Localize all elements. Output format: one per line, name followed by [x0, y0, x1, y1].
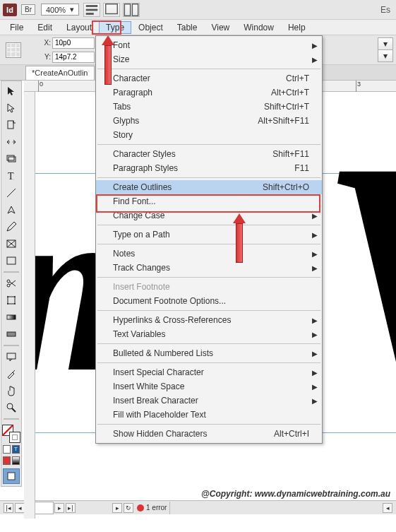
type-tool[interactable]: T. [3, 168, 20, 184]
rectangle-tool[interactable] [3, 253, 20, 268]
status-bar: |◂ ◂ 1 ▸ ▸| ▸ ↻ 1 error ◂ [0, 500, 396, 514]
page-tool[interactable] [3, 117, 20, 133]
menu-item-label: Insert White Space [113, 382, 184, 391]
menu-item-label: Bulleted & Numbered Lists [113, 348, 213, 358]
svg-point-28 [7, 403, 13, 409]
next-page-button[interactable]: ▸ [54, 503, 64, 513]
gradient-swatch-tool[interactable] [3, 309, 20, 325]
zoom-field[interactable]: 400%▾ [41, 4, 79, 16]
glyph-v: V [318, 110, 396, 449]
view-mode-button[interactable] [3, 468, 20, 484]
sync-button[interactable]: ↻ [124, 503, 133, 513]
line-tool[interactable] [3, 185, 20, 201]
svg-rect-25 [7, 315, 16, 319]
bridge-badge[interactable]: Br [21, 4, 35, 15]
application-bar: Id Br 400%▾ Es [0, 0, 396, 20]
error-count[interactable]: 1 error [146, 504, 167, 512]
menu-item-character[interactable]: CharacterCtrl+T [96, 71, 322, 85]
eyedropper-tool[interactable] [3, 366, 20, 382]
color-apply-row[interactable]: T [2, 444, 20, 454]
open-button[interactable]: ▸ [112, 503, 122, 513]
menu-item-hyperlinks-cross-references[interactable]: Hyperlinks & Cross-References▶ [96, 313, 322, 327]
menu-help[interactable]: Help [281, 21, 313, 34]
last-page-button[interactable]: ▸| [66, 503, 76, 513]
menu-item-find-font[interactable]: Find Font... [96, 194, 322, 208]
menu-item-label: Insert Break Character [113, 396, 198, 406]
menu-item-label: Glyphs [113, 116, 139, 126]
submenu-arrow-icon: ▶ [312, 56, 318, 64]
menu-item-bulleted-numbered-lists[interactable]: Bulleted & Numbered Lists▶ [96, 346, 322, 360]
menu-item-insert-break-character[interactable]: Insert Break Character▶ [96, 394, 322, 408]
menu-item-label: Text Variables [113, 329, 165, 339]
gap-tool[interactable] [3, 134, 20, 150]
view-options-button[interactable] [83, 3, 100, 17]
rectangle-frame-tool[interactable] [3, 236, 20, 252]
menu-item-change-case[interactable]: Change Case▶ [96, 208, 322, 223]
screen-mode-button[interactable] [103, 3, 120, 17]
hand-tool[interactable] [3, 383, 20, 398]
menu-item-story[interactable]: Story [96, 128, 322, 142]
menu-item-notes[interactable]: Notes▶ [96, 247, 322, 261]
stroke-swatch[interactable] [9, 432, 20, 443]
first-page-button[interactable]: |◂ [4, 503, 13, 513]
menu-item-font[interactable]: Font▶ [96, 38, 322, 52]
content-collector-tool[interactable] [3, 151, 20, 167]
control-dropdown-2[interactable]: ▾ [378, 49, 393, 62]
menu-item-show-hidden-characters[interactable]: Show Hidden CharactersAlt+Ctrl+I [96, 427, 322, 441]
scissors-tool[interactable] [3, 276, 20, 291]
menu-table[interactable]: Table [170, 21, 205, 34]
menu-layout[interactable]: Layout [59, 21, 99, 34]
document-tab[interactable]: *CreateAnOutlin [25, 66, 95, 80]
menu-item-insert-white-space[interactable]: Insert White Space▶ [96, 379, 322, 394]
note-tool[interactable] [3, 349, 20, 365]
menu-item-label: Track Changes [113, 263, 170, 273]
selection-tool[interactable] [3, 83, 20, 99]
x-input[interactable] [52, 37, 95, 49]
free-transform-tool[interactable] [3, 292, 20, 308]
menu-item-label: Create Outlines [113, 182, 172, 192]
menu-item-tabs[interactable]: TabsShift+Ctrl+T [96, 100, 322, 114]
tool-separator [4, 418, 19, 420]
control-dropdown-1[interactable]: ▾ [378, 37, 393, 50]
menu-item-create-outlines[interactable]: Create OutlinesShift+Ctrl+O [96, 180, 322, 194]
menu-edit[interactable]: Edit [30, 21, 59, 34]
menu-view[interactable]: View [204, 21, 236, 34]
submenu-arrow-icon: ▶ [312, 250, 318, 258]
pen-tool[interactable] [3, 202, 20, 218]
prev-page-button[interactable]: ◂ [15, 503, 25, 513]
pencil-tool[interactable] [3, 219, 20, 235]
gradient-feather-tool[interactable] [3, 326, 20, 342]
svg-rect-26 [7, 332, 16, 336]
svg-point-16 [7, 280, 10, 283]
reference-point-selector[interactable] [6, 42, 21, 58]
menu-file[interactable]: File [3, 21, 30, 34]
menu-item-fill-with-placeholder-text[interactable]: Fill with Placeholder Text [96, 408, 322, 422]
menu-window[interactable]: Window [236, 21, 281, 34]
menu-item-type-on-a-path[interactable]: Type on a Path▶ [96, 227, 322, 242]
zoom-tool[interactable] [3, 400, 20, 415]
y-input[interactable] [52, 52, 95, 63]
arrange-docs-button[interactable] [123, 3, 140, 17]
menu-item-paragraph[interactable]: ParagraphAlt+Ctrl+T [96, 85, 322, 100]
type-menu-dropdown: Font▶Size▶CharacterCtrl+TParagraphAlt+Ct… [95, 35, 323, 444]
svg-rect-2 [86, 13, 94, 15]
menu-item-shortcut: Alt+Ctrl+T [271, 88, 309, 97]
menu-item-document-footnote-options[interactable]: Document Footnote Options... [96, 294, 322, 308]
fill-stroke-swatch[interactable] [2, 425, 20, 443]
color-mode-row[interactable] [2, 456, 20, 466]
submenu-arrow-icon: ▶ [312, 331, 318, 338]
menu-item-character-styles[interactable]: Character StylesShift+F11 [96, 147, 322, 161]
menu-type[interactable]: Type [99, 21, 131, 34]
menu-item-insert-special-character[interactable]: Insert Special Character▶ [96, 365, 322, 379]
workspace-label[interactable]: Es [380, 5, 393, 15]
menu-object[interactable]: Object [131, 21, 170, 34]
menu-item-shortcut: Shift+Ctrl+T [264, 102, 309, 112]
scroll-left-button[interactable]: ◂ [383, 503, 392, 513]
menu-item-text-variables[interactable]: Text Variables▶ [96, 327, 322, 341]
menu-item-size[interactable]: Size▶ [96, 52, 322, 66]
direct-selection-tool[interactable] [3, 100, 20, 116]
menu-item-label: Paragraph Styles [113, 163, 178, 173]
menu-item-paragraph-styles[interactable]: Paragraph StylesF11 [96, 161, 322, 175]
menu-item-glyphs[interactable]: GlyphsAlt+Shift+F11 [96, 114, 322, 128]
menu-item-track-changes[interactable]: Track Changes▶ [96, 261, 322, 275]
